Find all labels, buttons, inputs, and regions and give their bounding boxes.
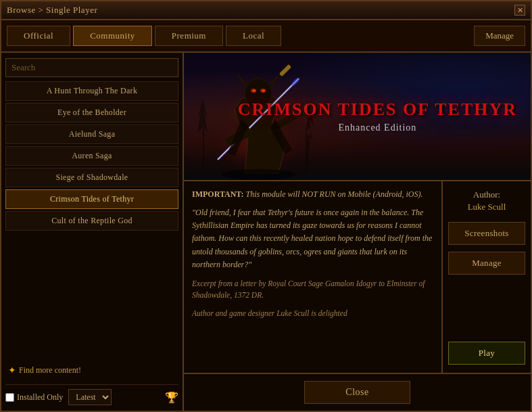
tab-local[interactable]: Local: [226, 26, 281, 46]
title-bar: Browse > Single Player ✕: [1, 1, 531, 20]
installed-only-label: Installed Only: [17, 392, 63, 403]
warning-text: IMPORTANT: This module will NOT RUN on M…: [192, 189, 433, 200]
close-window-button[interactable]: ✕: [514, 5, 525, 16]
module-banner: Crimson Tides Of Tethyr Enhanced Edition: [184, 53, 531, 181]
main-content: A Hunt Through The Dark Eye of the Behol…: [1, 53, 531, 411]
excerpt-text: Excerpt from a letter by Royal Court Sag…: [192, 278, 433, 302]
installed-only-toggle[interactable]: Installed Only: [5, 392, 63, 403]
module-details: IMPORTANT: This module will NOT RUN on M…: [184, 181, 531, 373]
tab-community[interactable]: Community: [73, 26, 152, 46]
module-item-crimson[interactable]: Crimson Tides of Tethyr: [5, 189, 178, 209]
action-panel: Author: Luke Scull Screenshots Manage Pl…: [443, 181, 531, 373]
search-input[interactable]: [5, 58, 178, 77]
sidebar-footer: Installed Only Latest 🏆: [5, 384, 178, 405]
tab-manage-button[interactable]: Manage: [474, 26, 525, 46]
banner-title-block: Crimson Tides Of Tethyr Enhanced Edition: [238, 100, 517, 133]
module-item-hunt[interactable]: A Hunt Through The Dark: [5, 81, 178, 101]
banner-subtitle: Enhanced Edition: [238, 122, 517, 133]
sort-icon: 🏆: [165, 391, 178, 404]
close-button[interactable]: Close: [304, 381, 410, 404]
star-icon: ✦: [8, 365, 16, 376]
svg-point-4: [253, 90, 256, 92]
play-button[interactable]: Play: [448, 342, 525, 365]
module-item-beholder[interactable]: Eye of the Beholder: [5, 103, 178, 122]
main-window: Browse > Single Player ✕ Official Commun…: [0, 0, 532, 412]
svg-rect-8: [279, 64, 291, 76]
description-panel[interactable]: IMPORTANT: This module will NOT RUN on M…: [184, 181, 443, 373]
author-section: Author: Luke Scull: [468, 189, 506, 212]
tab-official[interactable]: Official: [7, 26, 70, 46]
manage-button[interactable]: Manage: [448, 252, 525, 275]
scroll-text: Author and game designer Luke Scull is d…: [192, 308, 433, 319]
author-label: Author:: [468, 189, 506, 200]
find-more-label: Find more content!: [19, 365, 81, 375]
breadcrumb: Browse > Single Player: [7, 5, 97, 16]
tab-premium[interactable]: Premium: [155, 26, 223, 46]
banner-title: Crimson Tides Of Tethyr: [238, 100, 517, 120]
svg-point-5: [262, 90, 265, 92]
installed-only-checkbox[interactable]: [5, 393, 14, 402]
tab-bar: Official Community Premium Local Manage: [1, 20, 531, 53]
module-list: A Hunt Through The Dark Eye of the Behol…: [5, 81, 178, 361]
module-item-aielund[interactable]: Aielund Saga: [5, 124, 178, 144]
screenshots-button[interactable]: Screenshots: [448, 222, 525, 245]
sidebar: A Hunt Through The Dark Eye of the Behol…: [1, 53, 184, 411]
find-more-link[interactable]: ✦ Find more content!: [5, 361, 178, 380]
right-panel: Crimson Tides Of Tethyr Enhanced Edition…: [184, 53, 531, 411]
svg-point-9: [290, 76, 301, 87]
module-item-cult[interactable]: Cult of the Reptile God: [5, 211, 178, 231]
author-name: Luke Scull: [468, 202, 506, 212]
module-item-auren[interactable]: Auren Saga: [5, 146, 178, 166]
module-item-siege[interactable]: Siege of Shadowdale: [5, 168, 178, 187]
sort-dropdown[interactable]: Latest: [68, 389, 112, 405]
bottom-bar: Close: [184, 373, 531, 411]
description-text: "Old friend, I fear that Tethyr's future…: [192, 206, 433, 271]
svg-point-10: [221, 169, 295, 180]
